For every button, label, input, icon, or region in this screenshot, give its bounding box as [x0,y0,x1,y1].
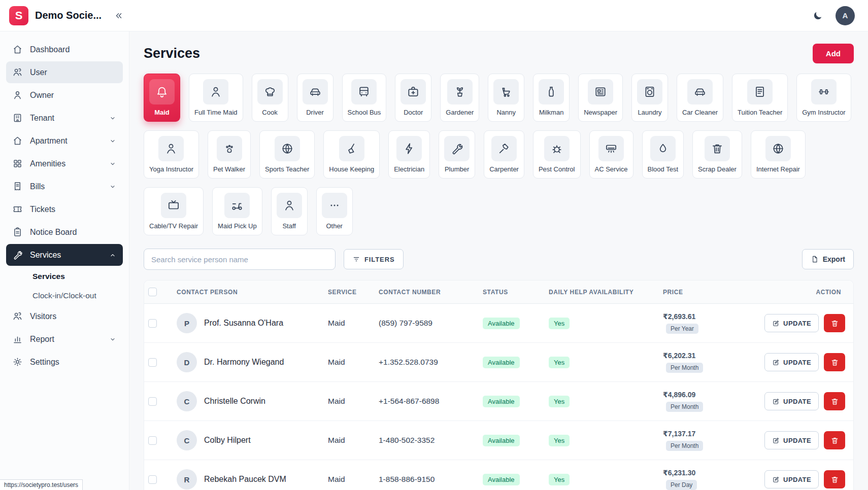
row-checkbox[interactable] [148,475,157,484]
user-avatar[interactable]: A [836,6,855,25]
row-checkbox[interactable] [148,319,157,328]
search-input[interactable] [144,249,336,270]
delete-button[interactable] [824,353,845,371]
delete-button[interactable] [824,392,845,410]
ticket-icon [12,204,23,215]
category-tile-school-bus[interactable]: School Bus [342,74,387,122]
category-tile-car-cleaner[interactable]: Car Cleaner [677,74,723,122]
sidebar-subitem-services[interactable]: Services [6,267,123,286]
contact-person-name: Prof. Susanna O'Hara [204,319,283,328]
sidebar-item-bills[interactable]: Bills [6,176,123,197]
category-tile-cable-tv-repair[interactable]: Cable/TV Repair [144,187,204,235]
category-tile-other[interactable]: Other [316,187,353,235]
category-tile-yoga-instructor[interactable]: Yoga Instructor [144,130,199,179]
category-label: Staff [282,222,296,230]
app-logo[interactable]: S [9,6,28,25]
category-tile-blood-test[interactable]: Blood Test [642,130,684,179]
category-tile-house-keeping[interactable]: House Keeping [323,130,380,179]
bug-icon [550,142,563,155]
action-cell: UPDATE [762,314,849,332]
category-tile-plumber[interactable]: Plumber [439,130,475,179]
row-checkbox[interactable] [148,358,157,367]
category-tile-carpenter[interactable]: Carpenter [484,130,524,179]
category-tile-gardener[interactable]: Gardener [440,74,479,122]
category-tile-maid-pick-up[interactable]: Maid Pick Up [212,187,262,235]
category-label: Laundry [638,109,661,116]
category-tile-maid[interactable]: Maid [144,74,180,122]
update-button-label: UPDATE [783,320,811,327]
sidebar-item-services[interactable]: Services [6,244,123,266]
category-label: Newspaper [584,109,617,116]
sidebar-item-tenant[interactable]: Tenant [6,107,123,129]
category-tile-doctor[interactable]: Doctor [395,74,431,122]
sidebar-item-amenities[interactable]: Amenities [6,153,123,174]
sidebar-item-report[interactable]: Report [6,328,123,350]
category-tile-scrap-dealer[interactable]: Scrap Dealer [692,130,742,179]
dark-mode-toggle[interactable] [810,8,825,23]
sidebar-item-owner[interactable]: Owner [6,84,123,106]
category-tile-milkman[interactable]: Milkman [533,74,570,122]
sidebar-item-label: User [30,68,47,77]
row-checkbox[interactable] [148,397,157,406]
sidebar-item-tickets[interactable]: Tickets [6,198,123,220]
category-tile-ac-service[interactable]: AC Service [589,130,633,179]
update-button[interactable]: UPDATE [764,353,819,371]
category-label: Gardener [446,109,474,116]
delete-button[interactable] [824,314,845,332]
update-button[interactable]: UPDATE [764,431,819,449]
services-table: CONTACT PERSONSERVICECONTACT NUMBERSTATU… [144,280,854,490]
sidebar-item-settings[interactable]: Settings [6,351,123,373]
column-header-daily-help-availability: DAILY HELP AVAILABILITY [549,289,663,296]
row-select-cell [148,397,177,406]
category-tile-internet-repair[interactable]: Internet Repair [751,130,806,179]
category-tile-tuition-teacher[interactable]: Tuition Teacher [732,74,788,122]
page-title: Services [144,46,200,61]
category-tile-staff[interactable]: Staff [271,187,308,235]
contact-person-name: Dr. Harmony Wiegand [204,358,284,367]
update-button[interactable]: UPDATE [764,314,819,332]
column-header-price: PRICE [663,289,762,296]
sidebar-item-notice-board[interactable]: Notice Board [6,221,123,243]
trash-icon [830,475,839,484]
category-tile-cook[interactable]: Cook [252,74,288,122]
category-tile-nanny[interactable]: Nanny [488,74,524,122]
category-tile-pet-walker[interactable]: Pet Walker [208,130,251,179]
category-label: Plumber [445,165,469,173]
category-icon-box [322,193,347,218]
sidebar-subitem-clock-in-clock-out[interactable]: Clock-in/Clock-out [6,286,123,305]
row-checkbox[interactable] [148,436,157,445]
daily-help-badge: Yes [549,357,570,368]
category-tile-newspaper[interactable]: Newspaper [578,74,623,122]
filters-button[interactable]: FILTERS [344,249,404,269]
sidebar-item-dashboard[interactable]: Dashboard [6,39,123,60]
select-all-checkbox[interactable] [148,288,157,296]
delete-button[interactable] [824,431,845,449]
update-button[interactable]: UPDATE [764,392,819,410]
action-cell: UPDATE [762,431,849,449]
ball-icon [281,142,294,155]
category-label: Pest Control [539,165,575,173]
category-tile-gym-instructor[interactable]: Gym Instructor [796,74,851,122]
sidebar-item-visitors[interactable]: Visitors [6,305,123,327]
export-button[interactable]: Export [802,249,854,269]
add-button[interactable]: Add [813,44,854,63]
status-badge: Available [483,435,520,446]
delete-button[interactable] [824,470,845,488]
sidebar-collapse-button[interactable] [112,9,126,23]
category-tile-laundry[interactable]: Laundry [631,74,668,122]
category-tile-sports-teacher[interactable]: Sports Teacher [259,130,315,179]
category-tile-driver[interactable]: Driver [297,74,333,122]
contact-person-cell: RRebekah Paucek DVM [177,469,328,489]
column-header-contact-person: CONTACT PERSON [177,289,328,296]
gear-icon [12,357,23,367]
category-label: Other [326,222,343,230]
category-tile-pest-control[interactable]: Pest Control [533,130,581,179]
category-tile-full-time-maid[interactable]: Full Time Maid [189,74,243,122]
update-button[interactable]: UPDATE [764,470,819,488]
sidebar-item-apartment[interactable]: Apartment [6,130,123,152]
category-tile-electrician[interactable]: Electrician [388,130,430,179]
avatar: P [177,313,197,333]
category-icon-box [491,136,517,161]
daily-help-cell: Yes [549,318,663,329]
sidebar-item-user[interactable]: User [6,61,123,83]
